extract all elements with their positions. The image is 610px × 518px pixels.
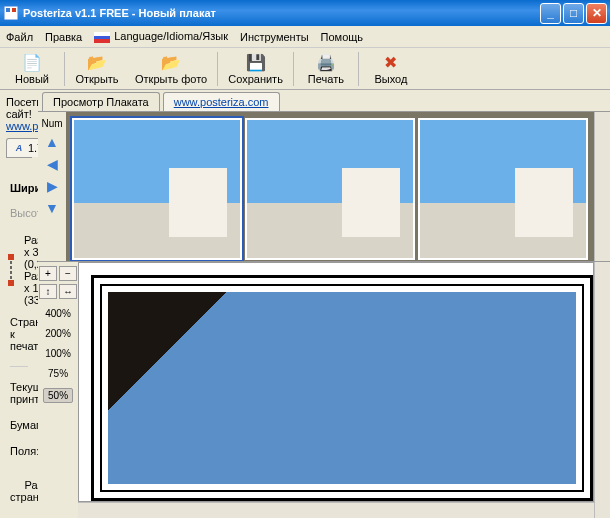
- page-preview: [78, 262, 594, 502]
- thumb-1[interactable]: [72, 118, 242, 260]
- size-panel: Ширина: ▲▼ страниц Высота: страниц ✓Авто…: [6, 164, 32, 518]
- menu-language[interactable]: Language/Idioma/Язык: [94, 30, 228, 43]
- flag-icon: [94, 32, 110, 43]
- svg-rect-1: [6, 8, 10, 12]
- titlebar: Posteriza v1.1 FREE - Новый плакат _ □ ✕: [0, 0, 610, 26]
- right-panel: Просмотр Плаката www.posteriza.com Num ▲…: [38, 90, 610, 518]
- nav-down-icon[interactable]: ▼: [43, 199, 61, 217]
- nav-up-icon[interactable]: ▲: [43, 133, 61, 151]
- preview-hscrollbar[interactable]: [78, 502, 594, 518]
- visit-link[interactable]: www.posteriza.com: [6, 120, 38, 132]
- zoom-out-button[interactable]: −: [59, 266, 77, 281]
- thumbnail-grid: [66, 112, 594, 261]
- svg-rect-2: [12, 8, 16, 12]
- print-icon: 🖨️: [316, 53, 336, 73]
- printer-label: Текущий принтер:: [10, 381, 38, 405]
- nav-left-icon[interactable]: ◀: [43, 155, 61, 173]
- new-icon: 📄: [22, 53, 42, 73]
- zoom-in-button[interactable]: +: [39, 266, 57, 281]
- open-button[interactable]: 📂Открыть: [67, 49, 127, 89]
- width-label: Ширина:: [10, 182, 38, 194]
- minimize-button[interactable]: _: [540, 3, 561, 24]
- height-label: Высота:: [10, 207, 38, 219]
- zoom-width-button[interactable]: ↔: [59, 284, 77, 299]
- new-button[interactable]: 📄Новый: [2, 49, 62, 89]
- zoom-75[interactable]: 75%: [48, 368, 68, 379]
- preview-tab[interactable]: Просмотр Плаката: [42, 92, 160, 111]
- thumbs-scrollbar[interactable]: [594, 112, 610, 261]
- menu-tools[interactable]: Инструменты: [240, 31, 309, 43]
- left-panel: Посети наш web-сайт! www.posteriza.com ➜…: [0, 90, 38, 518]
- nav-right-icon[interactable]: ▶: [43, 177, 61, 195]
- website-tab[interactable]: www.posteriza.com: [163, 92, 280, 111]
- num-label: Num: [41, 118, 62, 129]
- menubar: Файл Правка Language/Idioma/Язык Инструм…: [0, 26, 610, 48]
- close-button[interactable]: ✕: [586, 3, 607, 24]
- tab-texts[interactable]: A1.Тексты: [6, 138, 38, 157]
- pagesize-label: Размер страницы:: [10, 479, 38, 503]
- paper-label: Бумага:: [10, 419, 38, 431]
- zoom-400[interactable]: 400%: [45, 308, 71, 319]
- zoom-100[interactable]: 100%: [45, 348, 71, 359]
- exit-icon: ✖: [384, 53, 397, 73]
- zoom-50[interactable]: 50%: [43, 388, 73, 403]
- size-icon: [10, 256, 12, 284]
- open-icon: 📂: [87, 53, 107, 73]
- toolbar: 📄Новый 📂Открыть 📂Открыть фото 💾Сохранить…: [0, 48, 610, 90]
- open-photo-icon: 📂: [161, 53, 181, 73]
- zoom-200[interactable]: 200%: [45, 328, 71, 339]
- zoom-fit-button[interactable]: ↕: [39, 284, 57, 299]
- save-icon: 💾: [246, 53, 266, 73]
- pages-label: Страниц к печати:: [10, 316, 38, 352]
- app-icon: [3, 5, 19, 21]
- window-title: Posteriza v1.1 FREE - Новый плакат: [23, 7, 540, 19]
- exit-button[interactable]: ✖Выход: [361, 49, 421, 89]
- save-button[interactable]: 💾Сохранить: [220, 49, 291, 89]
- open-photo-button[interactable]: 📂Открыть фото: [127, 49, 215, 89]
- maximize-button[interactable]: □: [563, 3, 584, 24]
- menu-file[interactable]: Файл: [6, 31, 33, 43]
- preview-vscrollbar[interactable]: [594, 262, 610, 518]
- zoom-column: +− ↕↔ 400% 200% 100% 75% 50%: [38, 262, 78, 518]
- thumb-2[interactable]: [245, 118, 415, 260]
- thumb-3[interactable]: [418, 118, 588, 260]
- margin-label: Поля:: [10, 445, 38, 457]
- tabstrip: A1.Тексты 🖼2.Фото ▢3.Рамка ⤢4.Размер: [6, 138, 32, 158]
- menu-edit[interactable]: Правка: [45, 31, 82, 43]
- print-button[interactable]: 🖨️Печать: [296, 49, 356, 89]
- menu-help[interactable]: Помощь: [321, 31, 364, 43]
- visit-text: Посети наш web-сайт!: [6, 96, 38, 120]
